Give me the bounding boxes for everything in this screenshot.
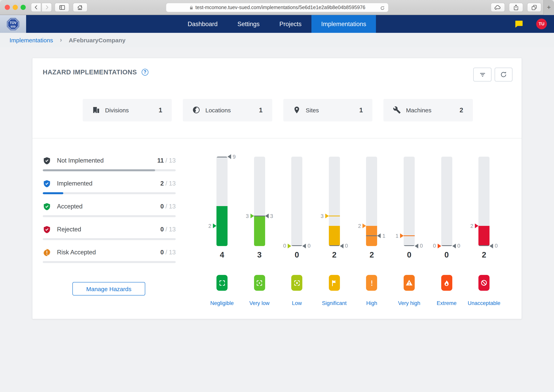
marker-arrow-right-icon bbox=[475, 224, 478, 228]
right-marker-value: 1 bbox=[383, 233, 385, 239]
stat-label: Sites bbox=[306, 107, 319, 113]
focus-dot-icon[interactable] bbox=[291, 275, 302, 291]
bar-label-very-high[interactable]: Very high bbox=[390, 300, 428, 306]
bar-label-low[interactable]: Low bbox=[278, 300, 316, 306]
left-marker: 2 bbox=[208, 223, 216, 229]
wrench-icon bbox=[393, 106, 401, 114]
left-marker-value: 3 bbox=[246, 213, 249, 219]
stat-card-divisions[interactable]: Divisions1 bbox=[83, 99, 172, 121]
address-bar[interactable]: test-mcomone.tuev-sued.com/implementatio… bbox=[166, 3, 389, 12]
right-marker-value: 0 bbox=[307, 243, 310, 249]
app-navbar: TÜV SÜD DashboardSettingsProjectsImpleme… bbox=[0, 15, 554, 33]
left-marker-value: 2 bbox=[208, 223, 211, 229]
right-marker: 3 bbox=[265, 213, 273, 219]
browser-toolbar: test-mcomone.tuev-sued.com/implementatio… bbox=[0, 0, 554, 15]
home-button[interactable] bbox=[73, 3, 87, 12]
focus-dot-small-icon[interactable] bbox=[254, 275, 265, 291]
lock-icon bbox=[189, 5, 193, 10]
right-marker: 0 bbox=[490, 243, 498, 249]
show-tabs-button[interactable] bbox=[527, 3, 541, 12]
bar-area: 10 bbox=[390, 157, 428, 246]
tab-projects[interactable]: Projects bbox=[274, 15, 307, 33]
bar-value: 2 bbox=[353, 250, 391, 259]
back-button[interactable] bbox=[31, 3, 41, 12]
user-avatar[interactable]: TU bbox=[536, 18, 547, 29]
building-icon bbox=[92, 106, 100, 114]
stat-card-machines[interactable]: Machines2 bbox=[384, 99, 473, 121]
map-pin-icon bbox=[293, 106, 300, 114]
sidebar-button[interactable] bbox=[55, 3, 69, 12]
right-marker-value: 0 bbox=[457, 243, 460, 249]
marker-arrow-right-icon bbox=[437, 244, 441, 248]
prohibition-icon[interactable] bbox=[478, 275, 490, 291]
target-line bbox=[216, 157, 227, 157]
marker-arrow-left-icon bbox=[340, 244, 343, 248]
left-marker-value: 3 bbox=[321, 213, 324, 219]
zoom-window-button[interactable] bbox=[21, 5, 26, 10]
warning-triangle-icon[interactable] bbox=[404, 275, 415, 291]
filter-icon bbox=[479, 71, 486, 78]
refresh-button[interactable] bbox=[495, 68, 512, 82]
cloud-icon bbox=[494, 4, 501, 11]
bar-fill bbox=[478, 226, 490, 246]
bar-label-extreme[interactable]: Extreme bbox=[427, 300, 466, 306]
forward-icon bbox=[44, 5, 49, 10]
filter-button[interactable] bbox=[473, 68, 491, 82]
bar-area: 29 bbox=[203, 157, 241, 246]
marker-arrow-right-icon bbox=[288, 244, 291, 248]
chevron-right-icon: › bbox=[60, 36, 62, 44]
flag-icon[interactable] bbox=[329, 275, 340, 291]
new-tab-button[interactable]: + bbox=[543, 0, 554, 15]
bar-track bbox=[366, 157, 377, 246]
bar-track bbox=[254, 157, 265, 246]
bar-label-high[interactable]: High bbox=[353, 300, 391, 306]
stat-value: 1 bbox=[159, 106, 162, 114]
marker-arrow-left-icon bbox=[302, 244, 306, 248]
right-marker: 0 bbox=[302, 243, 310, 249]
right-marker: 0 bbox=[340, 243, 348, 249]
feedback-chat-button[interactable] bbox=[514, 20, 523, 28]
tab-dashboard[interactable]: Dashboard bbox=[178, 15, 227, 33]
bar-label-negligible[interactable]: Negligible bbox=[203, 300, 241, 306]
marker-arrow-left-icon bbox=[452, 244, 456, 248]
help-icon[interactable]: ? bbox=[142, 69, 148, 75]
stat-card-locations[interactable]: Locations1 bbox=[183, 99, 272, 121]
close-window-button[interactable] bbox=[5, 5, 10, 10]
tab-settings[interactable]: Settings bbox=[232, 15, 265, 33]
risk-bar-high: 212High bbox=[353, 157, 391, 246]
bar-fill bbox=[216, 206, 227, 246]
url-text: test-mcomone.tuev-sued.com/implementatio… bbox=[195, 5, 365, 10]
flame-icon[interactable] bbox=[441, 275, 452, 291]
minimize-window-button[interactable] bbox=[13, 5, 18, 10]
sidebar-icon bbox=[59, 4, 65, 10]
bar-label-significant[interactable]: Significant bbox=[315, 300, 353, 306]
chat-bubble-icon bbox=[514, 20, 523, 28]
threshold-line bbox=[404, 236, 415, 236]
tab-implementations[interactable]: Implementations bbox=[312, 15, 376, 33]
forward-button[interactable] bbox=[42, 3, 52, 12]
left-marker-value: 2 bbox=[358, 223, 361, 229]
exclamation-icon[interactable] bbox=[366, 275, 377, 291]
bar-value: 2 bbox=[465, 250, 503, 259]
stat-value: 1 bbox=[259, 106, 263, 114]
bar-track bbox=[404, 157, 415, 246]
plus-icon: + bbox=[547, 4, 551, 12]
bar-area: 30 bbox=[315, 157, 353, 246]
risk-chart: 294Negligible333Very low000Low302Signifi… bbox=[32, 157, 522, 315]
stat-card-sites[interactable]: Sites1 bbox=[283, 99, 372, 121]
right-marker: 1 bbox=[377, 233, 385, 239]
target-line bbox=[366, 236, 377, 236]
breadcrumb-link-implementations[interactable]: Implementations bbox=[9, 37, 53, 43]
right-marker-value: 0 bbox=[345, 243, 348, 249]
left-marker: 2 bbox=[358, 223, 366, 229]
reload-icon[interactable] bbox=[379, 5, 385, 11]
bar-label-unacceptable[interactable]: Unacceptable bbox=[465, 300, 503, 306]
focus-frame-icon[interactable] bbox=[216, 275, 227, 291]
share-button[interactable] bbox=[509, 3, 523, 12]
window-controls bbox=[5, 5, 26, 10]
stat-label: Divisions bbox=[105, 107, 129, 113]
icloud-tabs-button[interactable] bbox=[491, 3, 505, 12]
back-icon bbox=[33, 5, 39, 10]
right-marker-value: 0 bbox=[495, 243, 498, 249]
bar-label-very-low[interactable]: Very low bbox=[240, 300, 278, 306]
